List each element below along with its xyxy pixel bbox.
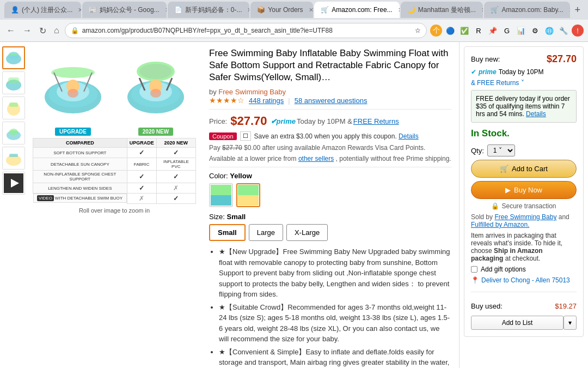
thumbnail-1[interactable]: [2, 46, 25, 69]
packaging-suffix: at checkout.: [505, 255, 541, 262]
add-to-list-button[interactable]: Add to List: [471, 316, 564, 330]
url-text: amazon.com/gp/product/B07NQPLHBY/ref=ppx…: [82, 27, 412, 34]
forward-button[interactable]: →: [21, 23, 34, 38]
tab-bar: 👤 (个人) 注册公众... ✕ 📰 妈妈公众号 - Goog... ✕ 📄 新…: [0, 0, 588, 20]
extension-icon-9[interactable]: 🔧: [558, 25, 569, 37]
thumbnail-2[interactable]: [2, 71, 25, 94]
gift-row: Add gift options: [471, 266, 577, 273]
brand-link[interactable]: Free Swimming Baby: [218, 88, 286, 96]
tab-1[interactable]: 👤 (个人) 注册公众... ✕: [4, 2, 81, 18]
ratings-count[interactable]: 448 ratings: [249, 96, 284, 105]
tab-4-label: Your Orders: [268, 6, 303, 14]
lower-price-text: Available at a lower price from: [209, 155, 297, 162]
thumbnail-3[interactable]: [2, 96, 25, 119]
bullet-1: ★【New Upgrade】Free Swimming Baby New Upg…: [219, 246, 451, 300]
lower-price-suffix: , potentially without free Prime shippin…: [336, 155, 451, 162]
tab-7-close[interactable]: ✕: [569, 7, 571, 14]
tab-3[interactable]: 📄 新手妈妈必备：0-... ✕: [168, 2, 250, 18]
address-bar[interactable]: 🔒 amazon.com/gp/product/B07NQPLHBY/ref=p…: [65, 23, 427, 38]
comparison-images: UPGRADE: [32, 46, 197, 136]
buy-delivery-text: Today by 10PM: [499, 68, 544, 76]
add-list-dropdown-button[interactable]: ▾: [564, 316, 577, 330]
tab-3-close[interactable]: ✕: [247, 7, 249, 14]
thumbnail-4[interactable]: [2, 122, 25, 144]
extension-icon-7[interactable]: ⚙: [529, 25, 541, 37]
bookmark-icon[interactable]: ☆: [415, 27, 421, 34]
coupon-text-value: Save an extra $3.00 when you apply this …: [254, 132, 397, 140]
extension-icon-3[interactable]: R: [473, 25, 485, 37]
other-sellers-link[interactable]: other sellers: [298, 155, 334, 162]
extension-icon-5[interactable]: G: [501, 25, 513, 37]
color-swatch-teal[interactable]: [209, 183, 233, 207]
buy-now-icon: ▶: [505, 186, 511, 194]
tab-6[interactable]: 🌙 Manhattan 曼哈顿... ✕: [401, 2, 483, 18]
gift-checkbox[interactable]: [471, 266, 477, 273]
upgrade-col: UPGRADE: [32, 46, 114, 136]
color-swatch-yellow[interactable]: [236, 183, 260, 207]
thumbnail-video[interactable]: [2, 172, 25, 195]
free-returns-link[interactable]: FREE Returns: [353, 117, 399, 125]
star-rating: ★★★★☆: [209, 96, 244, 105]
col-header-compared: COMPARED: [33, 138, 127, 148]
tab-2-close[interactable]: ✕: [165, 7, 167, 14]
size-label-row: Size: Small: [209, 213, 451, 221]
address-bar-row: ← → ↻ ⌂ 🔒 amazon.com/gp/product/B07NQPLH…: [0, 20, 588, 41]
delivery-note: FREE delivery today if you order $35 of …: [476, 95, 570, 118]
extension-icon-10[interactable]: !: [572, 25, 584, 37]
extension-icon-2[interactable]: ✅: [458, 25, 470, 37]
extension-icon-8[interactable]: 🌐: [543, 25, 555, 37]
delivery-box: FREE delivery today if you order $35 of …: [471, 90, 577, 123]
profile-icon[interactable]: 个: [430, 25, 442, 37]
fulfilled-by-link[interactable]: Fulfilled by Amazon.: [471, 221, 529, 228]
tab-4-close[interactable]: ✕: [309, 7, 314, 14]
qty-select[interactable]: 1 ˅ 2 3: [487, 144, 515, 156]
answered-questions-link[interactable]: 58 answered questions: [295, 96, 367, 105]
reload-button[interactable]: ↻: [37, 23, 48, 38]
tab-1-close[interactable]: ✕: [78, 7, 81, 14]
pay-row: Pay $27.70 $0.00 after using available A…: [209, 144, 451, 152]
tab-1-favicon: 👤: [11, 6, 19, 14]
product-bullets: ★【New Upgrade】Free Swimming Baby New Upg…: [209, 246, 451, 368]
secure-row: 🔒 Secure transaction: [471, 202, 577, 210]
new-col: 2020 NEW: [114, 46, 197, 136]
extension-icon-4[interactable]: 📌: [487, 25, 499, 37]
tab-6-close[interactable]: ✕: [481, 7, 483, 14]
row-new-4: ✗: [156, 183, 195, 194]
crossmark-icon: ✗: [139, 195, 144, 202]
svg-rect-4: [8, 77, 19, 84]
size-small-button[interactable]: Small: [209, 224, 246, 241]
color-label-row: Color: Yellow: [209, 172, 451, 180]
home-button[interactable]: ⌂: [52, 23, 62, 38]
size-xlarge-button[interactable]: X-Large: [286, 224, 328, 241]
tab-2[interactable]: 📰 妈妈公众号 - Goog... ✕: [82, 2, 167, 18]
add-to-cart-button[interactable]: 🛒 Add to Cart: [471, 160, 577, 178]
buy-now-button[interactable]: ▶ Buy Now: [471, 181, 577, 199]
coupon-details-link[interactable]: Details: [399, 132, 419, 140]
extension-icon-6[interactable]: 📊: [515, 25, 527, 37]
back-button[interactable]: ←: [4, 23, 17, 38]
free-returns-buy-link[interactable]: FREE Returns ˅: [477, 79, 524, 87]
row-label-5: WITH DETACHABLE SWIM BUOY: [55, 196, 122, 201]
tab-5-close[interactable]: ✕: [398, 7, 400, 14]
tab-7[interactable]: 🛒 Amazon.com: Baby... ✕: [484, 2, 570, 18]
product-section: Free Swimming Baby Inflatable Baby Swimm…: [201, 42, 460, 368]
thumbnail-5[interactable]: [2, 147, 25, 170]
tab-5[interactable]: 🛒 Amazon.com: Free... ✕: [314, 2, 399, 18]
new-tab-button[interactable]: +: [571, 4, 584, 16]
extension-icon-1[interactable]: 🔵: [444, 25, 456, 37]
tab-4[interactable]: 📦 Your Orders ✕: [250, 2, 313, 18]
deliver-link[interactable]: Deliver to Chong - Allen 75013: [481, 276, 570, 284]
delivery-label: Today by 10PM &: [297, 117, 352, 125]
new-image: [117, 46, 195, 125]
checkmark-icon: ✓: [173, 195, 179, 202]
video-badge: VIDEO: [37, 195, 54, 201]
svg-point-16: [51, 67, 95, 78]
row-label-3: NON-INFLATABLE SPONGE CHEST SUPPORT: [33, 171, 127, 183]
checkmark-icon: ✓: [173, 173, 179, 180]
seller-link[interactable]: Free Swimming Baby: [494, 213, 556, 221]
coupon-checkbox[interactable]: ☐: [240, 131, 251, 141]
buy-new-row: Buy new: $27.70: [471, 53, 577, 65]
size-large-button[interactable]: Large: [249, 224, 283, 241]
price-row: Price: $27.70 ✔prime Today by 10PM & FRE…: [209, 114, 451, 128]
delivery-details-link[interactable]: Details: [526, 110, 546, 118]
